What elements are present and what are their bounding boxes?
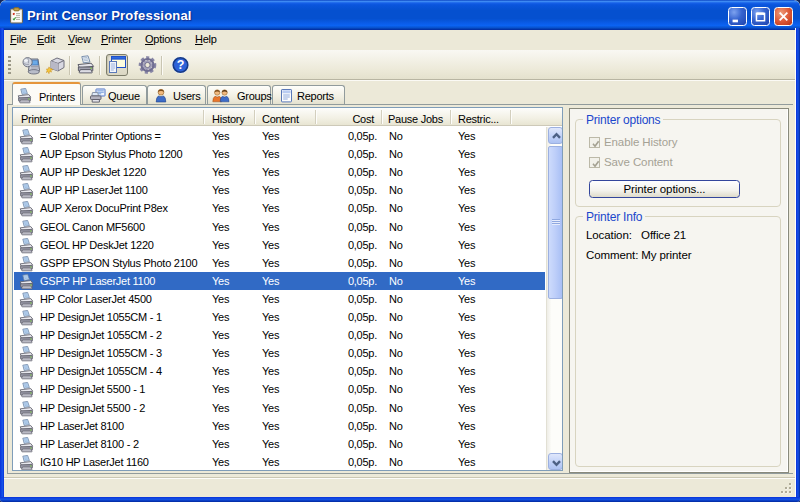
svg-text:?: ? [177,58,184,72]
